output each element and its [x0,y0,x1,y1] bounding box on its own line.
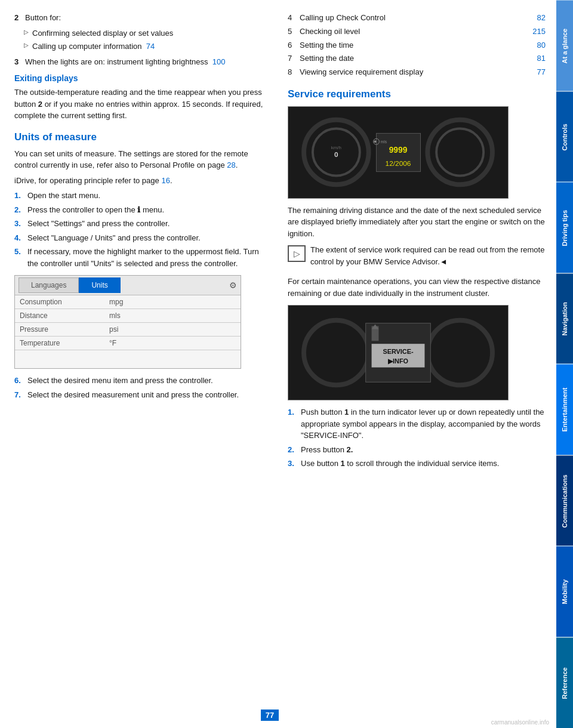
sidebar-tab-controls[interactable]: Controls [556,91,573,183]
page-number: 77 [261,710,279,721]
page-wrapper: 2 Button for: Confirming selected displa… [0,0,573,728]
content-area: 2 Button for: Confirming selected displa… [0,0,556,728]
svg-text:9999: 9999 [389,145,408,155]
right-item-8: 8 Viewing service requirement display 77 [288,66,546,79]
step-5: 5. If necessary, move the highlight mark… [14,246,271,269]
svg-text:SERVICE-: SERVICE- [383,348,413,355]
svg-text:▶INFO: ▶INFO [388,357,408,365]
service-svg: SERVICE- ▶INFO [288,306,508,400]
two-col-layout: 2 Button for: Confirming selected displa… [14,12,546,704]
dash-svg: km/h 0 mls 9999 12/2006 [288,107,508,198]
svg-point-10 [374,140,377,143]
button2-section: 2 Button for: Confirming selected displa… [14,12,271,53]
exiting-section: Exiting displays The outside-temperature… [14,73,271,122]
units-table-screenshot: Languages Units ⚙ Consumption mpg Distan… [14,275,241,369]
sidebar: At a glance Controls Driving tips Naviga… [556,0,573,728]
button2-num: 2 [14,13,19,22]
sidebar-tab-mobility[interactable]: Mobility [556,546,573,637]
service-step-3: 3. Use button 1 to scroll through the in… [288,458,546,470]
service-title: Service requirements [288,88,546,100]
units-title: Units of measure [14,131,271,143]
dashboard-screenshot-2: SERVICE- ▶INFO [288,305,509,400]
sidebar-tab-communications[interactable]: Communications [556,455,573,547]
svg-text:mls: mls [380,140,387,144]
sidebar-tab-navigation[interactable]: Navigation [556,273,573,365]
step-4: 4. Select "Language / Units" and press t… [14,232,271,244]
note-box: ▷ The extent of service work required ca… [288,244,546,271]
step-6: 6. Select the desired menu item and pres… [14,375,271,387]
right-item-6: 6 Setting the time 80 [288,39,546,52]
svg-text:12/2006: 12/2006 [386,159,411,168]
units-section: Units of measure You can set units of me… [14,131,271,187]
note-text: The extent of service work required can … [310,244,546,267]
right-item-4: 4 Calling up Check Control 82 [288,12,546,24]
right-item-7: 7 Setting the date 81 [288,53,546,65]
sidebar-tab-reference[interactable]: Reference [556,637,573,729]
tab-units[interactable]: Units [79,277,120,293]
row-distance: Distance mls [15,309,241,323]
steps-list2: 6. Select the desired menu item and pres… [14,375,271,400]
button2-bullets: Confirming selected display or set value… [24,27,271,53]
steps-list: 1. Open the start menu. 2. Press the con… [14,190,271,269]
units-para1: You can set units of measure. The settin… [14,148,271,171]
units-para2: iDrive, for operating principle refer to… [14,175,271,187]
right-item-5: 5 Checking oil level 215 [288,26,546,38]
watermark: carmanualsonline.info [491,719,549,726]
sidebar-tab-driving-tips[interactable]: Driving tips [556,182,573,273]
maintenance-text: For certain maintenance operations, you … [288,276,546,299]
right-items-list: 4 Calling up Check Control 82 5 Checking… [288,12,546,79]
bullet-confirming: Confirming selected display or set value… [24,27,271,39]
sidebar-tab-entertainment[interactable]: Entertainment [556,364,573,455]
sidebar-tab-at-a-glance[interactable]: At a glance [556,0,573,91]
button3-section: 3 When the lights are on: instrument lig… [14,56,271,68]
row-pressure: Pressure psi [15,323,241,337]
settings-icon[interactable]: ⚙ [229,280,237,290]
svg-text:0: 0 [334,150,338,159]
step-1: 1. Open the start menu. [14,190,271,202]
service-caption: The remaining driving distance and the d… [288,205,546,240]
right-column: 4 Calling up Check Control 82 5 Checking… [288,12,546,704]
dashboard-screenshot-1: km/h 0 mls 9999 12/2006 [288,106,509,199]
service-step-2: 2. Press button 2. [288,444,546,456]
step-2: 2. Press the controller to open the ℹ me… [14,204,271,216]
service-display: SERVICE- ▶INFO [288,306,508,400]
button3-text: When the lights are on: instrument light… [25,57,208,66]
service-steps-list: 1. Push button 1 in the turn indicator l… [288,406,546,470]
note-arrow-icon: ▷ [288,245,306,262]
left-column: 2 Button for: Confirming selected displa… [14,12,271,704]
dash-display: km/h 0 mls 9999 12/2006 [288,107,508,198]
row-consumption: Consumption mpg [15,295,241,309]
step-7: 7. Select the desired measurement unit a… [14,389,271,401]
exiting-para: The outside-temperature reading and the … [14,87,271,122]
svg-text:km/h: km/h [331,145,341,150]
tab-languages[interactable]: Languages [19,277,79,293]
service-step-1: 1. Push button 1 in the turn indicator l… [288,406,546,442]
button3-num: 3 [14,57,19,66]
row-temperature: Temperature °F [15,337,241,350]
bullet-calling: Calling up computer information 74 [24,41,271,53]
exiting-title: Exiting displays [14,73,271,83]
step-3: 3. Select "Settings" and press the contr… [14,218,271,230]
page-footer: 77 [0,710,540,721]
button2-intro: Button for: [25,13,61,22]
